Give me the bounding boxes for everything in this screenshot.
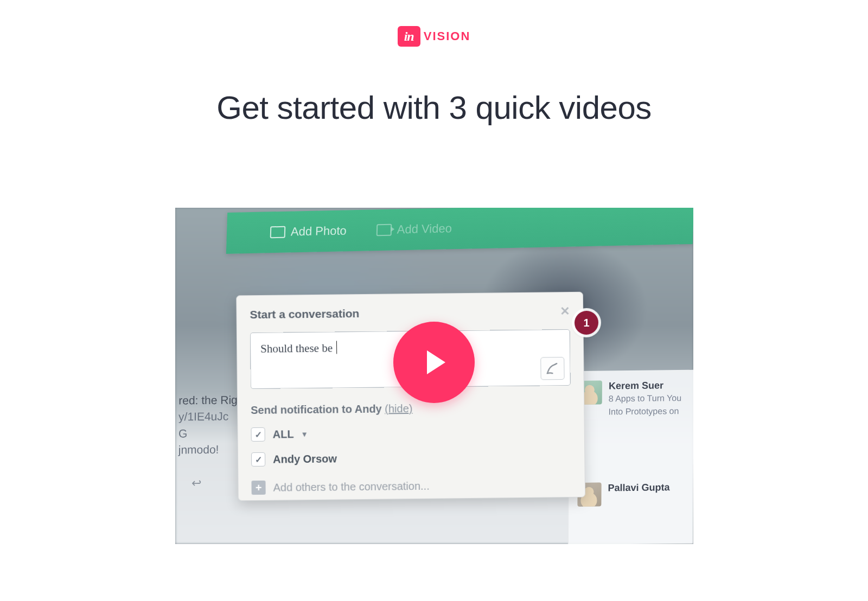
activity-item: Pallavi Gupta [577,482,693,507]
popover-title: Start a conversation [250,307,359,321]
left-line-3: jnmodo! [178,442,238,458]
activity-name: Pallavi Gupta [608,482,669,494]
page: in VISION Get started with 3 quick video… [54,0,815,544]
toolbar-add-photo: Add Photo [270,223,347,239]
activity-desc-1: 8 Apps to Turn You [608,392,681,405]
activity-column: Kerem Suer 8 Apps to Turn You Into Proto… [567,370,693,544]
play-button[interactable] [393,322,475,403]
left-line-2: y/1IE4uJc G [178,408,238,442]
activity-desc-2: Into Prototypes on [608,405,681,418]
text-caret [336,341,337,354]
reply-icon: ↩︎ [192,476,201,490]
activity-meta: Pallavi Gupta [608,482,669,506]
video-thumbnail[interactable]: Add Photo Add Video red: the Rig y/1IE4u… [175,208,693,544]
comment-input-text: Should these be [260,341,335,355]
add-others-row[interactable]: + Add others to the conversation... [251,477,572,495]
pencil-icon [546,362,559,374]
recipient-row[interactable]: ✓ Andy Orsow [251,449,571,466]
brand-logo-wordmark: VISION [424,29,471,43]
close-icon[interactable]: ✕ [560,304,570,318]
activity-name: Kerem Suer [608,380,681,392]
recipient-name: Andy Orsow [272,452,336,465]
add-others-label: Add others to the conversation... [273,479,429,494]
activity-meta: Kerem Suer 8 Apps to Turn You Into Proto… [608,380,681,418]
toolbar-add-video-label: Add Video [397,221,452,236]
plus-icon[interactable]: + [251,481,265,495]
brand-logo: in VISION [54,26,815,47]
left-cropped-text: red: the Rig y/1IE4uJc G jnmodo! [175,392,238,458]
comment-popover: Start a conversation ✕ Should these be S… [236,292,585,501]
notify-text: Send notification to Andy [251,403,385,417]
checkbox-checked-icon[interactable]: ✓ [251,452,265,466]
popover-header: Start a conversation ✕ [250,304,570,322]
toolbar-add-video: Add Video [376,221,452,237]
brand-logo-badge: in [398,26,420,47]
chevron-down-icon: ▾ [302,430,306,438]
video-icon [376,224,392,236]
toolbar-add-photo-label: Add Photo [290,223,347,239]
notify-hide-link[interactable]: (hide) [385,402,412,415]
notify-line: Send notification to Andy (hide) [251,401,571,417]
sketch-button[interactable] [540,357,564,380]
recipient-all-label: ALL [272,428,293,440]
camera-icon [270,226,285,239]
page-headline: Get started with 3 quick videos [54,89,815,126]
checkbox-checked-icon[interactable]: ✓ [251,427,265,442]
recipient-all-row[interactable]: ✓ ALL ▾ [251,424,571,442]
annotation-marker[interactable]: 1 [574,311,598,335]
left-line-1: red: the Rig [178,392,238,408]
activity-item: Kerem Suer 8 Apps to Turn You Into Proto… [578,380,693,418]
